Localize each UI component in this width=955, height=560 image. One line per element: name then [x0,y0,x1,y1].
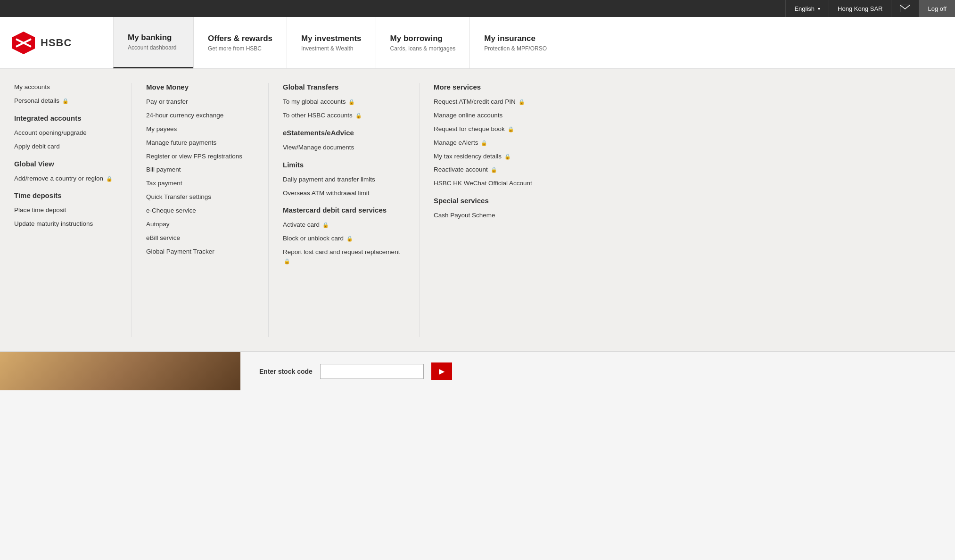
menu-link-overseas-atm[interactable]: Overseas ATM withdrawal limit [283,189,405,198]
mega-menu: My accounts Personal details 🔒 Integrate… [0,69,955,352]
section-title-move-money: Move Money [146,83,254,91]
section-title-time-deposits: Time deposits [14,191,117,199]
menu-link-wechat[interactable]: HSBC HK WeChat Official Account [434,179,552,188]
menu-link-manage-ealerts[interactable]: Manage eAlerts 🔒 [434,139,552,148]
logoff-label: Log off [928,5,947,12]
menu-link-to-other-hsbc[interactable]: To other HSBC accounts 🔒 [283,111,405,120]
menu-link-to-my-global-accounts[interactable]: To my global accounts 🔒 [283,98,405,107]
section-title-integrated-accounts: Integrated accounts [14,114,117,122]
col1-top-links: My accounts Personal details 🔒 [14,83,117,106]
hsbc-text-label: HSBC [41,37,72,49]
stock-label: Enter stock code [259,368,313,375]
hsbc-logo[interactable]: HSBC [11,31,72,55]
menu-link-manage-future-payments[interactable]: Manage future payments [146,139,254,148]
menu-link-pay-or-transfer[interactable]: Pay or transfer [146,98,254,107]
mega-menu-col1: My accounts Personal details 🔒 Integrate… [0,83,132,337]
nav-item-offers-title: Offers & rewards [208,34,272,43]
hsbc-diamond-icon [11,31,36,55]
mega-menu-col2: Move Money Pay or transfer 24-hour curre… [132,83,269,337]
nav-item-my-banking-sub: Account dashboard [128,44,179,51]
lock-icon-other-hsbc: 🔒 [355,112,362,119]
nav-item-offers-rewards[interactable]: Offers & rewards Get more from HSBC [193,17,287,68]
menu-link-apply-debit-card[interactable]: Apply debit card [14,142,117,151]
lock-icon-cheque: 🔒 [508,126,514,133]
nav-item-insurance-sub: Protection & MPF/ORSO [484,45,547,52]
menu-link-tax-payment[interactable]: Tax payment [146,179,254,188]
lock-icon-reactivate: 🔒 [491,166,497,173]
menu-link-my-accounts[interactable]: My accounts [14,83,117,92]
top-bar: English ▾ Hong Kong SAR Log off [0,0,955,17]
lock-icon: 🔒 [62,98,69,105]
language-selector[interactable]: English ▾ [785,0,829,17]
lock-icon-tax: 🔒 [504,153,511,160]
top-bar-items: English ▾ Hong Kong SAR Log off [785,0,955,17]
nav-item-my-insurance[interactable]: My insurance Protection & MPF/ORSO [469,17,561,68]
menu-link-view-manage-docs[interactable]: View/Manage documents [283,143,405,152]
menu-link-activate-card[interactable]: Activate card 🔒 [283,221,405,230]
nav-items: My banking Account dashboard Offers & re… [113,17,955,68]
menu-link-register-fps[interactable]: Register or view FPS registrations [146,152,254,161]
menu-link-autopay[interactable]: Autopay [146,220,254,229]
menu-link-currency-exchange[interactable]: 24-hour currency exchange [146,111,254,120]
menu-link-global-payment-tracker[interactable]: Global Payment Tracker [146,247,254,256]
nav-item-offers-sub: Get more from HSBC [208,45,272,52]
menu-link-tax-residency[interactable]: My tax residency details 🔒 [434,152,552,161]
language-label: English [794,5,815,12]
menu-link-quick-transfer[interactable]: Quick Transfer settings [146,193,254,202]
menu-link-echeque[interactable]: e-Cheque service [146,206,254,215]
menu-link-personal-details[interactable]: Personal details 🔒 [14,97,117,106]
lock-icon-atm-pin: 🔒 [519,99,525,106]
section-title-special-services: Special services [434,197,552,205]
menu-link-ebill[interactable]: eBill service [146,234,254,243]
region-selector[interactable]: Hong Kong SAR [829,0,891,17]
nav-item-my-banking-title: My banking [128,33,179,42]
nav-item-insurance-title: My insurance [484,34,547,43]
menu-link-request-atm-pin[interactable]: Request ATM/credit card PIN 🔒 [434,98,552,107]
mail-icon [900,5,910,12]
menu-link-place-time-deposit[interactable]: Place time deposit [14,206,117,215]
section-title-global-transfers: Global Transfers [283,83,405,91]
menu-link-block-unblock[interactable]: Block or unblock card 🔒 [283,234,405,243]
stock-search-button[interactable]: ▶ [431,362,452,380]
lock-icon-block: 🔒 [346,235,353,242]
menu-link-account-opening[interactable]: Account opening/upgrade [14,129,117,138]
menu-link-add-remove-country[interactable]: Add/remove a country or region 🔒 [14,174,117,183]
nav-bar: HSBC My banking Account dashboard Offers… [0,17,955,69]
nav-item-investments-title: My investments [301,34,362,43]
mail-button[interactable] [891,0,919,17]
mega-menu-col4: More services Request ATM/credit card PI… [420,83,566,337]
menu-link-request-cheque-book[interactable]: Request for cheque book 🔒 [434,125,552,134]
nav-item-my-investments[interactable]: My investments Investment & Wealth [287,17,376,68]
lock-icon-global: 🔒 [348,99,355,106]
menu-link-update-maturity[interactable]: Update maturity instructions [14,220,117,229]
menu-link-bill-payment[interactable]: Bill payment [146,165,254,174]
lock-icon-ealerts: 🔒 [481,140,487,147]
nav-item-borrowing-sub: Cards, loans & mortgages [390,45,456,52]
mega-menu-col3: Global Transfers To my global accounts 🔒… [269,83,420,337]
region-label: Hong Kong SAR [838,5,882,12]
logoff-button[interactable]: Log off [919,0,955,17]
menu-link-my-payees[interactable]: My payees [146,125,254,134]
lock-icon-country: 🔒 [106,175,113,182]
lock-icon-activate: 🔒 [322,222,329,229]
section-title-more-services: More services [434,83,552,91]
bottom-area: Enter stock code ▶ [0,352,955,390]
nav-item-investments-sub: Investment & Wealth [301,45,362,52]
stock-search-area: Enter stock code ▶ [240,352,471,390]
section-title-global-view: Global View [14,160,117,168]
nav-item-my-borrowing[interactable]: My borrowing Cards, loans & mortgages [376,17,470,68]
menu-link-cash-payout[interactable]: Cash Payout Scheme [434,211,552,220]
section-title-limits: Limits [283,161,405,169]
lock-icon-report: 🔒 [284,258,290,265]
menu-link-manage-online-accounts[interactable]: Manage online accounts [434,111,552,120]
menu-link-reactivate-account[interactable]: Reactivate account 🔒 [434,165,552,174]
stock-input[interactable] [320,364,424,379]
menu-link-report-lost[interactable]: Report lost card and request replacement… [283,248,405,266]
bottom-image [0,352,240,390]
nav-item-my-banking[interactable]: My banking Account dashboard [113,17,193,68]
section-title-mastercard-debit: Mastercard debit card services [283,206,405,214]
nav-item-borrowing-title: My borrowing [390,34,456,43]
logo-area: HSBC [0,17,113,68]
menu-link-daily-payment-limits[interactable]: Daily payment and transfer limits [283,175,405,184]
section-title-estatements: eStatements/eAdvice [283,129,405,137]
